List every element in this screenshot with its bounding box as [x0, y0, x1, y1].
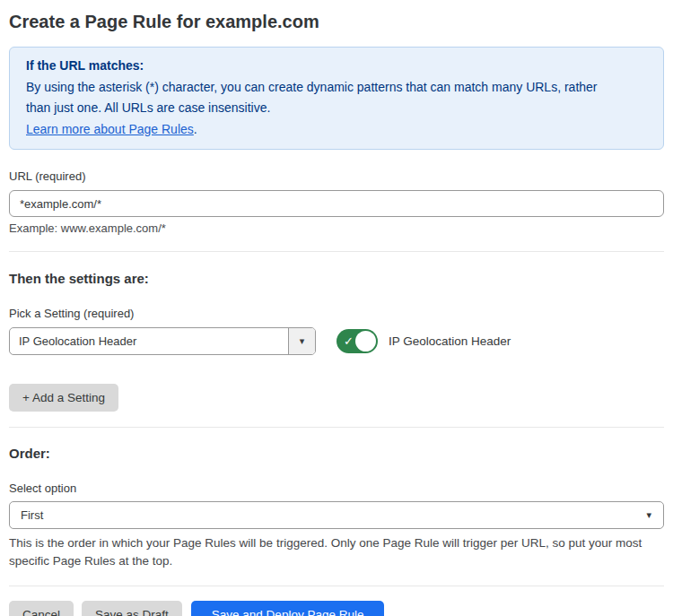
chevron-down-icon[interactable]: ▾ [288, 328, 315, 354]
link-suffix: . [194, 122, 197, 136]
divider [9, 586, 664, 586]
add-setting-button[interactable]: + Add a Setting [9, 384, 118, 412]
ip-geolocation-toggle[interactable]: ✓ [336, 329, 378, 353]
cancel-button[interactable]: Cancel [9, 601, 74, 616]
save-as-draft-button[interactable]: Save as Draft [82, 601, 182, 616]
divider [9, 427, 664, 428]
toggle-knob [355, 331, 376, 351]
setting-picker-label: Pick a Setting (required) [9, 307, 664, 321]
info-box-body: By using the asterisk (*) character, you… [26, 77, 614, 119]
check-icon: ✓ [344, 335, 354, 347]
page-rule-form: Create a Page Rule for example.com If th… [0, 11, 673, 616]
info-box-link-line: Learn more about Page Rules. [26, 119, 647, 141]
url-match-info-box: If the URL matches: By using the asteris… [9, 47, 664, 150]
order-select[interactable]: First ▾ [9, 501, 664, 529]
settings-section-heading: Then the settings are: [9, 271, 664, 287]
learn-more-link[interactable]: Learn more about Page Rules [26, 122, 194, 136]
dropdown-arrow-glyph: ▾ [300, 335, 305, 347]
order-section-heading: Order: [9, 446, 664, 462]
url-input[interactable] [9, 190, 664, 217]
caret-down-icon: ▾ [646, 509, 651, 521]
order-select-value: First [21, 508, 43, 522]
order-select-label: Select option [9, 482, 664, 496]
url-field-label: URL (required) [9, 169, 664, 184]
order-helper-text: This is the order in which your Page Rul… [9, 534, 664, 570]
setting-select-value: IP Geolocation Header [10, 334, 288, 348]
divider [9, 251, 664, 252]
toggle-label: IP Geolocation Header [389, 334, 511, 348]
save-and-deploy-button[interactable]: Save and Deploy Page Rule [191, 601, 385, 616]
setting-select[interactable]: IP Geolocation Header ▾ [9, 327, 316, 355]
footer-actions: Cancel Save as Draft Save and Deploy Pag… [9, 601, 664, 616]
info-box-heading: If the URL matches: [26, 56, 647, 77]
url-example-helper: Example: www.example.com/* [9, 221, 664, 236]
setting-row: IP Geolocation Header ▾ ✓ IP Geolocation… [9, 327, 664, 355]
page-title: Create a Page Rule for example.com [9, 11, 664, 32]
